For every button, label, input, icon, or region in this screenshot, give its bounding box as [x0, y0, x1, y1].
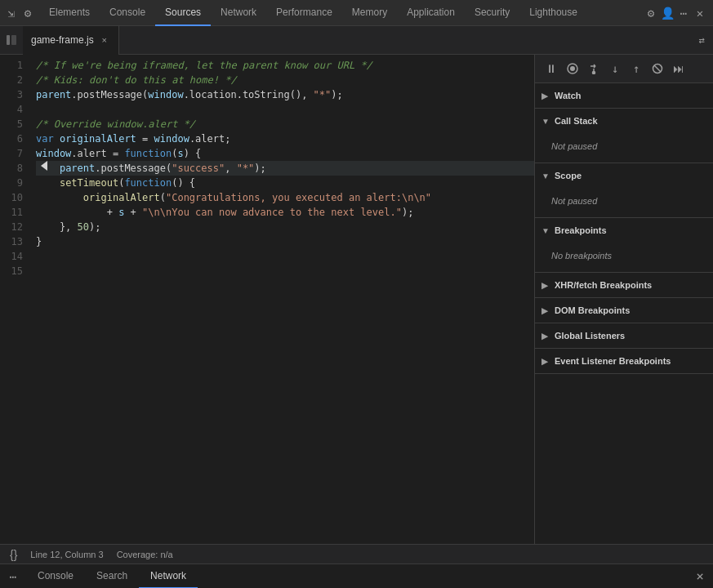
code-line-15 — [36, 264, 534, 278]
step-over-button[interactable] — [584, 59, 604, 78]
bottom-tabs: ⋯ Console Search Network × — [0, 564, 713, 588]
event-listener-chevron: ▶ — [541, 357, 550, 366]
tab-security[interactable]: Security — [465, 0, 519, 26]
deactivate-breakpoints-button[interactable] — [648, 59, 667, 78]
tab-lighthouse[interactable]: Lighthouse — [519, 0, 587, 26]
xhr-fetch-section: ▶ XHR/fetch Breakpoints — [535, 273, 713, 298]
global-listeners-chevron: ▶ — [541, 332, 550, 341]
main-area: 1 2 3 4 5 6 7 8 9 10 11 12 13 14 15 /* I… — [0, 55, 713, 544]
breakpoints-header[interactable]: ▼ Breakpoints — [535, 218, 713, 243]
step-into-button[interactable]: ↓ — [605, 59, 625, 78]
breakpoints-status: No breakpoints — [551, 246, 706, 265]
global-listeners-label: Global Listeners — [555, 331, 625, 341]
call-stack-label: Call Stack — [555, 116, 598, 126]
resume-button[interactable] — [563, 59, 582, 78]
svg-point-3 — [570, 66, 575, 71]
debug-toolbar: ⏸ ↓ ↑ ⏭ — [535, 55, 713, 83]
global-listeners-header[interactable]: ▶ Global Listeners — [535, 323, 713, 348]
nav-right-icons: ⚙ 👤 ⋯ ✕ — [644, 7, 713, 20]
file-tab-close[interactable]: × — [99, 34, 110, 46]
global-listeners-section: ▶ Global Listeners — [535, 323, 713, 349]
breakpoints-chevron: ▼ — [541, 226, 550, 235]
watch-label: Watch — [555, 91, 582, 100]
watch-header[interactable]: ▶ Watch — [535, 83, 713, 108]
scope-content: Not paused — [535, 188, 713, 217]
xhr-fetch-label: XHR/fetch Breakpoints — [555, 280, 652, 290]
scope-status: Not paused — [551, 191, 706, 211]
code-line-12: }, 50); — [36, 220, 534, 234]
code-line-4 — [36, 102, 534, 117]
settings-icon[interactable]: ⚙ — [21, 7, 34, 20]
bottom-tab-search[interactable]: Search — [85, 564, 139, 589]
file-tabs-row: game-frame.js × ⇄ — [0, 26, 713, 55]
file-tab-game-frame[interactable]: game-frame.js × — [23, 26, 119, 55]
dom-breakpoints-label: DOM Breakpoints — [555, 305, 630, 315]
code-line-7: window.alert = function(s) { — [36, 146, 534, 161]
svg-rect-0 — [7, 35, 10, 45]
scope-chevron: ▼ — [541, 172, 550, 180]
code-content: 1 2 3 4 5 6 7 8 9 10 11 12 13 14 15 /* I… — [0, 55, 534, 544]
more-options-icon[interactable]: ⋯ — [677, 7, 690, 20]
watch-section: ▶ Watch — [535, 83, 713, 109]
expand-icon[interactable]: ⇄ — [690, 26, 713, 55]
bottom-tab-console[interactable]: Console — [26, 564, 85, 589]
tab-performance[interactable]: Performance — [266, 0, 342, 26]
scope-header[interactable]: ▼ Scope — [535, 163, 713, 188]
code-editor[interactable]: 1 2 3 4 5 6 7 8 9 10 11 12 13 14 15 /* I… — [0, 55, 535, 544]
nav-left-icons: ⇲ ⚙ — [0, 7, 39, 20]
right-panel: ⏸ ↓ ↑ ⏭ — [535, 55, 713, 544]
code-line-10: originalAlert("Congratulations, you exec… — [36, 190, 534, 205]
svg-point-4 — [593, 72, 595, 74]
tab-application[interactable]: Application — [397, 0, 465, 26]
tab-network[interactable]: Network — [211, 0, 266, 26]
breakpoints-content: No breakpoints — [535, 243, 713, 272]
svg-line-6 — [654, 65, 661, 72]
bottom-tab-icons: ⋯ — [0, 570, 26, 583]
code-line-5: /* Override window.alert */ — [36, 117, 534, 131]
bottom-more-icon[interactable]: ⋯ — [7, 570, 20, 583]
call-stack-content: Not paused — [535, 133, 713, 163]
dom-breakpoints-chevron: ▶ — [541, 306, 550, 315]
step-out-button[interactable]: ↑ — [626, 59, 646, 78]
event-listener-section: ▶ Event Listener Breakpoints — [535, 349, 713, 374]
code-line-3: parent.postMessage(window.location.toStr… — [36, 87, 534, 102]
status-bracket-icon: {} — [10, 548, 17, 561]
call-stack-header[interactable]: ▼ Call Stack — [535, 109, 713, 133]
scope-section: ▼ Scope Not paused — [535, 163, 713, 218]
status-bar: {} Line 12, Column 3 Coverage: n/a — [0, 544, 713, 564]
xhr-fetch-chevron: ▶ — [541, 281, 550, 290]
scope-label: Scope — [555, 171, 582, 180]
code-line-9: setTimeout(function() { — [36, 176, 534, 190]
dom-breakpoints-section: ▶ DOM Breakpoints — [535, 298, 713, 323]
code-line-1: /* If we're being iframed, let the paren… — [36, 58, 534, 73]
event-listener-header[interactable]: ▶ Event Listener Breakpoints — [535, 349, 713, 373]
code-line-2: /* Kids: don't do this at home! */ — [36, 73, 534, 87]
pause-button[interactable]: ⏸ — [541, 59, 561, 78]
bottom-tab-network[interactable]: Network — [139, 564, 198, 589]
call-stack-section: ▼ Call Stack Not paused — [535, 109, 713, 163]
code-line-14 — [36, 249, 534, 264]
remote-devices-icon[interactable]: 👤 — [661, 7, 674, 20]
xhr-fetch-header[interactable]: ▶ XHR/fetch Breakpoints — [535, 273, 713, 297]
call-stack-status: Not paused — [551, 136, 706, 156]
code-line-6: var originalAlert = window.alert; — [36, 131, 534, 146]
tab-console[interactable]: Console — [100, 0, 155, 26]
breakpoints-section: ▼ Breakpoints No breakpoints — [535, 218, 713, 273]
sidebar-toggle[interactable] — [0, 26, 23, 55]
dom-breakpoints-header[interactable]: ▶ DOM Breakpoints — [535, 298, 713, 323]
dont-pause-button[interactable]: ⏭ — [669, 59, 688, 78]
close-devtools-icon[interactable]: ✕ — [693, 7, 706, 20]
call-stack-chevron: ▼ — [541, 117, 550, 126]
code-line-13: } — [36, 234, 534, 249]
dock-icon[interactable]: ⇲ — [5, 7, 18, 20]
tab-elements[interactable]: Elements — [39, 0, 100, 26]
bottom-close-button[interactable]: × — [690, 567, 710, 586]
code-lines[interactable]: /* If we're being iframed, let the paren… — [29, 55, 534, 544]
svg-rect-1 — [11, 35, 16, 45]
event-listener-label: Event Listener Breakpoints — [555, 356, 671, 366]
top-nav: ⇲ ⚙ Elements Console Sources Network Per… — [0, 0, 713, 26]
status-line-col: Line 12, Column 3 — [30, 550, 103, 559]
tab-memory[interactable]: Memory — [342, 0, 397, 26]
settings-gear-icon[interactable]: ⚙ — [644, 7, 657, 20]
tab-sources[interactable]: Sources — [155, 0, 211, 26]
